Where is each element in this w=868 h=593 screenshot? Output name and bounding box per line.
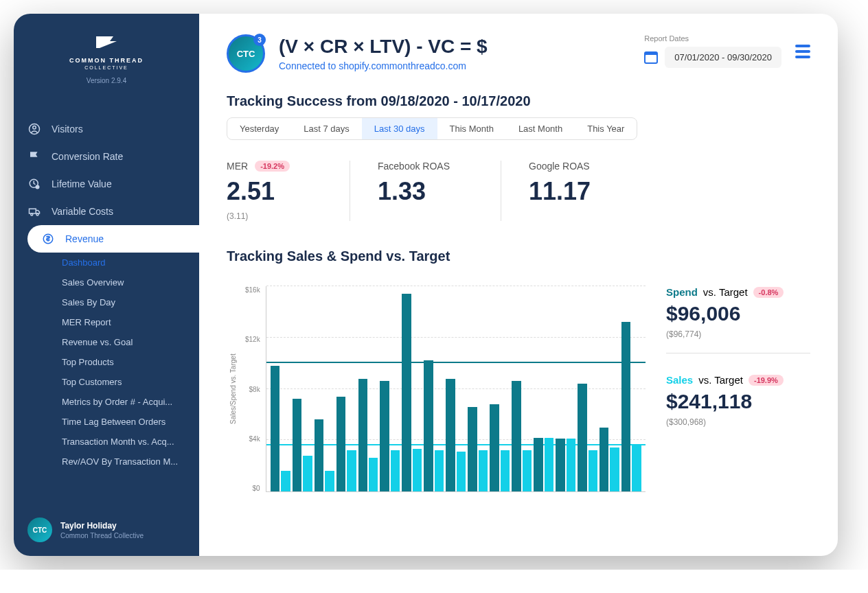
time-tab-yesterday[interactable]: Yesterday bbox=[227, 118, 291, 139]
spend-bar[interactable] bbox=[512, 381, 521, 491]
svg-point-1 bbox=[33, 126, 36, 130]
time-tab-last-7-days[interactable]: Last 7 days bbox=[291, 118, 362, 139]
sales-bar[interactable] bbox=[369, 458, 378, 491]
truck-icon bbox=[27, 205, 41, 218]
page-title: (V × CR × LTV) - VC = $ bbox=[279, 36, 488, 58]
bar-group bbox=[424, 286, 444, 491]
sales-bar[interactable] bbox=[435, 450, 444, 491]
sub-item-time-lag-between-orders[interactable]: Time Lag Between Orders bbox=[52, 412, 189, 432]
spend-stat: Spend vs. Target -0.8% $96,006 ($96,774) bbox=[666, 286, 810, 353]
spend-bar[interactable] bbox=[578, 384, 586, 491]
bar-group bbox=[271, 286, 290, 491]
metric-mer: MER-19.2%2.51(3.11) bbox=[227, 161, 350, 221]
svg-point-3 bbox=[36, 185, 40, 189]
spend-bar[interactable] bbox=[446, 379, 455, 491]
spend-bar[interactable] bbox=[358, 379, 367, 491]
connection-status: Connected to shopify.commonthreadco.com bbox=[279, 60, 488, 71]
notification-badge[interactable]: 3 bbox=[253, 34, 266, 46]
spend-delta-badge: -0.8% bbox=[753, 287, 784, 298]
sales-bar[interactable] bbox=[457, 452, 466, 491]
y-tick: $16k bbox=[245, 286, 260, 294]
sales-bar[interactable] bbox=[523, 450, 532, 491]
hamburger-menu-icon[interactable] bbox=[795, 45, 810, 58]
sales-bar[interactable] bbox=[479, 450, 488, 491]
sub-item-metrics-by-order-acqui-[interactable]: Metrics by Order # - Acqui... bbox=[52, 392, 189, 412]
time-tab-this-year[interactable]: This Year bbox=[575, 118, 637, 139]
sales-bar[interactable] bbox=[303, 456, 312, 491]
sales-bar[interactable] bbox=[589, 450, 597, 491]
svg-point-5 bbox=[31, 213, 33, 216]
time-range-tabs: YesterdayLast 7 daysLast 30 daysThis Mon… bbox=[227, 117, 637, 140]
sales-bar[interactable] bbox=[632, 445, 641, 491]
spend-bar[interactable] bbox=[271, 366, 279, 491]
app-window: COMMON THREAD COLLECTIVE Version 2.9.4 V… bbox=[14, 14, 838, 556]
org-badge[interactable]: CTC 3 bbox=[227, 34, 265, 73]
bar-group bbox=[512, 286, 532, 491]
y-axis-ticks: $16k$12k$8k$4k$0 bbox=[240, 286, 266, 492]
spend-value: $96,006 bbox=[666, 302, 810, 325]
time-tab-last-month[interactable]: Last Month bbox=[506, 118, 575, 139]
spend-bar[interactable] bbox=[534, 438, 542, 491]
spend-bar[interactable] bbox=[380, 381, 389, 491]
bar-group bbox=[490, 286, 510, 491]
sales-bar[interactable] bbox=[567, 439, 575, 491]
bar-group bbox=[293, 286, 312, 491]
date-range-picker[interactable]: 07/01/2020 - 09/30/2020 bbox=[665, 47, 781, 68]
nav-item-variable-costs[interactable]: Variable Costs bbox=[14, 198, 199, 225]
sales-bar[interactable] bbox=[347, 450, 356, 491]
spend-bar[interactable] bbox=[490, 404, 499, 491]
y-tick: $4k bbox=[245, 435, 260, 443]
sub-item-dashboard[interactable]: Dashboard bbox=[52, 253, 189, 272]
sub-item-top-products[interactable]: Top Products bbox=[52, 352, 189, 372]
sidebar: COMMON THREAD COLLECTIVE Version 2.9.4 V… bbox=[14, 14, 199, 556]
nav-item-revenue[interactable]: Revenue bbox=[27, 225, 199, 253]
sub-item-mer-report[interactable]: MER Report bbox=[52, 312, 189, 332]
report-dates-label: Report Dates bbox=[644, 34, 781, 43]
sales-bar[interactable] bbox=[545, 438, 553, 491]
sub-item-rev-aov-by-transaction-m-[interactable]: Rev/AOV By Transaction M... bbox=[52, 452, 189, 472]
nav-item-visitors[interactable]: Visitors bbox=[14, 115, 199, 143]
spend-bar[interactable] bbox=[424, 360, 433, 491]
spend-bar[interactable] bbox=[599, 428, 608, 491]
bar-group bbox=[446, 286, 466, 491]
bar-group bbox=[599, 286, 619, 491]
metric-sub: (3.11) bbox=[227, 211, 322, 221]
spend-bar[interactable] bbox=[468, 407, 477, 491]
spend-bar[interactable] bbox=[315, 419, 323, 491]
spend-bar[interactable] bbox=[293, 399, 301, 491]
sales-bar[interactable] bbox=[281, 471, 290, 491]
metrics-row: MER-19.2%2.51(3.11)Facebook ROAS1.33Goog… bbox=[227, 161, 810, 221]
spend-bar[interactable] bbox=[556, 439, 564, 491]
calendar-icon[interactable] bbox=[644, 51, 658, 64]
svg-rect-4 bbox=[30, 209, 36, 213]
time-tab-last-30-days[interactable]: Last 30 days bbox=[362, 118, 437, 139]
sub-item-revenue-vs-goal[interactable]: Revenue vs. Goal bbox=[52, 332, 189, 352]
sales-bar[interactable] bbox=[413, 449, 422, 491]
sub-item-sales-overview[interactable]: Sales Overview bbox=[52, 272, 189, 292]
sales-bar[interactable] bbox=[610, 447, 619, 491]
bar-group bbox=[336, 286, 356, 491]
nav-item-lifetime-value[interactable]: Lifetime Value bbox=[14, 170, 199, 198]
spend-label: Spend bbox=[666, 286, 698, 298]
sales-bar[interactable] bbox=[391, 450, 400, 491]
svg-point-6 bbox=[36, 213, 38, 216]
nav-item-conversion-rate[interactable]: Conversion Rate bbox=[14, 143, 199, 170]
main-nav: VisitorsConversion RateLifetime ValueVar… bbox=[14, 115, 199, 504]
dollar-circle-icon bbox=[41, 232, 55, 246]
sub-item-top-customers[interactable]: Top Customers bbox=[52, 372, 189, 392]
sales-bar[interactable] bbox=[501, 450, 510, 491]
sub-item-sales-by-day[interactable]: Sales By Day bbox=[52, 292, 189, 312]
spend-bar[interactable] bbox=[621, 322, 630, 491]
chart-plot[interactable] bbox=[266, 286, 646, 492]
spend-bar[interactable] bbox=[402, 294, 411, 491]
avatar: CTC bbox=[27, 518, 52, 542]
sales-bar[interactable] bbox=[325, 471, 334, 491]
chart-section: Sales/Spend vs. Target $16k$12k$8k$4k$0 … bbox=[227, 272, 810, 492]
spend-bar[interactable] bbox=[336, 397, 345, 491]
bars-container bbox=[266, 286, 646, 491]
user-name: Taylor Holiday bbox=[60, 521, 144, 531]
sub-item-transaction-month-vs-acq-[interactable]: Transaction Month vs. Acq... bbox=[52, 432, 189, 452]
user-footer[interactable]: CTC Taylor Holiday Common Thread Collect… bbox=[14, 504, 199, 556]
time-tab-this-month[interactable]: This Month bbox=[437, 118, 506, 139]
brand-sub: COLLECTIVE bbox=[14, 65, 199, 70]
